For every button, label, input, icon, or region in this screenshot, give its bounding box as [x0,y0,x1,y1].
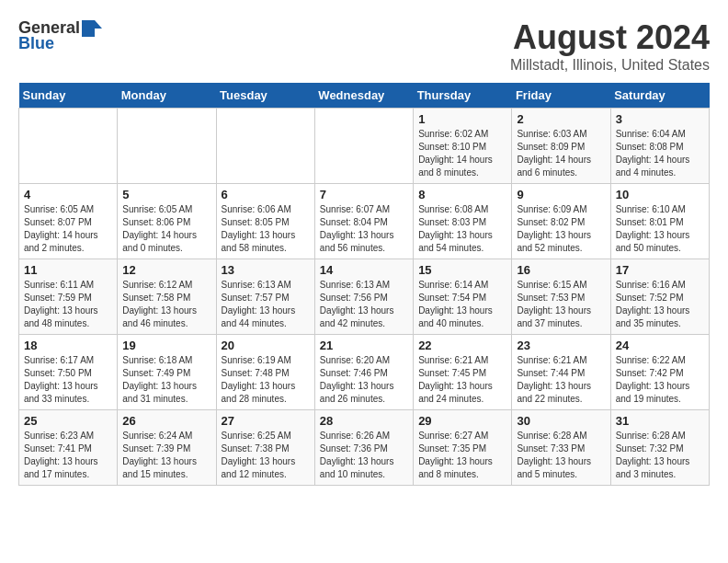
day-info: Sunrise: 6:10 AMSunset: 8:01 PMDaylight:… [616,203,704,255]
day-info: Sunrise: 6:18 AMSunset: 7:49 PMDaylight:… [122,354,210,406]
day-number: 9 [517,188,605,201]
calendar-cell: 4Sunrise: 6:05 AMSunset: 8:07 PMDaylight… [19,184,118,259]
day-header-saturday: Saturday [610,83,709,109]
calendar-cell: 10Sunrise: 6:10 AMSunset: 8:01 PMDayligh… [610,184,709,259]
day-info: Sunrise: 6:22 AMSunset: 7:42 PMDaylight:… [616,354,704,406]
day-info: Sunrise: 6:15 AMSunset: 7:53 PMDaylight:… [517,279,605,330]
day-info: Sunrise: 6:05 AMSunset: 8:07 PMDaylight:… [24,203,112,255]
day-number: 22 [418,339,506,352]
day-info: Sunrise: 6:14 AMSunset: 7:54 PMDaylight:… [418,279,506,330]
calendar-cell: 5Sunrise: 6:05 AMSunset: 8:06 PMDaylight… [118,184,216,259]
calendar-cell: 12Sunrise: 6:12 AMSunset: 7:58 PMDayligh… [118,259,216,335]
day-number: 11 [24,263,112,277]
week-row-4: 18Sunrise: 6:17 AMSunset: 7:50 PMDayligh… [19,335,710,410]
calendar-subtitle: Millstadt, Illinois, United States [510,57,710,74]
day-number: 27 [222,414,310,428]
day-number: 16 [517,263,605,277]
logo-bird-icon [82,20,102,37]
calendar-cell: 16Sunrise: 6:15 AMSunset: 7:53 PMDayligh… [512,259,610,335]
day-number: 8 [418,188,506,201]
day-info: Sunrise: 6:03 AMSunset: 8:09 PMDaylight:… [517,128,605,179]
calendar-cell: 26Sunrise: 6:24 AMSunset: 7:39 PMDayligh… [118,410,216,486]
calendar-cell: 18Sunrise: 6:17 AMSunset: 7:50 PMDayligh… [19,335,118,410]
day-number: 17 [616,263,704,277]
calendar-cell: 30Sunrise: 6:28 AMSunset: 7:33 PMDayligh… [512,410,610,486]
day-number: 28 [320,414,408,428]
day-number: 6 [222,188,310,201]
calendar-cell [118,109,216,184]
day-info: Sunrise: 6:08 AMSunset: 8:03 PMDaylight:… [418,203,506,255]
calendar-cell: 3Sunrise: 6:04 AMSunset: 8:08 PMDaylight… [610,109,709,184]
day-info: Sunrise: 6:06 AMSunset: 8:05 PMDaylight:… [222,203,310,255]
day-header-wednesday: Wednesday [314,83,413,109]
calendar-cell: 7Sunrise: 6:07 AMSunset: 8:04 PMDaylight… [314,184,413,259]
day-info: Sunrise: 6:07 AMSunset: 8:04 PMDaylight:… [320,203,408,255]
day-info: Sunrise: 6:28 AMSunset: 7:33 PMDaylight:… [517,430,605,481]
calendar-cell [19,109,118,184]
day-header-monday: Monday [118,83,216,109]
day-number: 3 [616,112,704,126]
day-headers-row: SundayMondayTuesdayWednesdayThursdayFrid… [19,83,710,109]
day-info: Sunrise: 6:21 AMSunset: 7:45 PMDaylight:… [418,354,506,406]
day-info: Sunrise: 6:17 AMSunset: 7:50 PMDaylight:… [24,354,112,406]
calendar-cell: 19Sunrise: 6:18 AMSunset: 7:49 PMDayligh… [118,335,216,410]
calendar-cell: 28Sunrise: 6:26 AMSunset: 7:36 PMDayligh… [314,410,413,486]
calendar-cell: 21Sunrise: 6:20 AMSunset: 7:46 PMDayligh… [314,335,413,410]
calendar-cell: 29Sunrise: 6:27 AMSunset: 7:35 PMDayligh… [414,410,512,486]
day-info: Sunrise: 6:27 AMSunset: 7:35 PMDaylight:… [418,430,506,481]
day-number: 12 [122,263,210,277]
calendar-cell [314,109,413,184]
day-number: 4 [24,188,112,201]
week-row-2: 4Sunrise: 6:05 AMSunset: 8:07 PMDaylight… [19,184,710,259]
day-info: Sunrise: 6:13 AMSunset: 7:56 PMDaylight:… [320,279,408,330]
calendar-cell: 11Sunrise: 6:11 AMSunset: 7:59 PMDayligh… [19,259,118,335]
calendar-cell: 17Sunrise: 6:16 AMSunset: 7:52 PMDayligh… [610,259,709,335]
calendar-cell: 27Sunrise: 6:25 AMSunset: 7:38 PMDayligh… [216,410,314,486]
svg-marker-0 [82,20,102,37]
day-header-friday: Friday [512,83,610,109]
week-row-3: 11Sunrise: 6:11 AMSunset: 7:59 PMDayligh… [19,259,710,335]
day-number: 31 [616,414,704,428]
day-number: 18 [24,339,112,352]
day-info: Sunrise: 6:25 AMSunset: 7:38 PMDaylight:… [222,430,310,481]
day-info: Sunrise: 6:05 AMSunset: 8:06 PMDaylight:… [122,203,210,255]
day-info: Sunrise: 6:02 AMSunset: 8:10 PMDaylight:… [418,128,506,179]
title-section: August 2024 Millstadt, Illinois, United … [510,18,710,74]
day-header-thursday: Thursday [414,83,512,109]
day-number: 26 [122,414,210,428]
day-info: Sunrise: 6:04 AMSunset: 8:08 PMDaylight:… [616,128,704,179]
day-number: 21 [320,339,408,352]
calendar-cell: 9Sunrise: 6:09 AMSunset: 8:02 PMDaylight… [512,184,610,259]
calendar-cell: 22Sunrise: 6:21 AMSunset: 7:45 PMDayligh… [414,335,512,410]
logo-blue-text: Blue [18,34,54,53]
day-info: Sunrise: 6:11 AMSunset: 7:59 PMDaylight:… [24,279,112,330]
day-info: Sunrise: 6:26 AMSunset: 7:36 PMDaylight:… [320,430,408,481]
day-number: 20 [222,339,310,352]
calendar-cell: 2Sunrise: 6:03 AMSunset: 8:09 PMDaylight… [512,109,610,184]
day-info: Sunrise: 6:23 AMSunset: 7:41 PMDaylight:… [24,430,112,481]
day-number: 29 [418,414,506,428]
calendar-cell: 14Sunrise: 6:13 AMSunset: 7:56 PMDayligh… [314,259,413,335]
day-number: 30 [517,414,605,428]
logo: General Blue [18,18,102,53]
calendar-header: SundayMondayTuesdayWednesdayThursdayFrid… [19,83,710,109]
calendar-cell: 23Sunrise: 6:21 AMSunset: 7:44 PMDayligh… [512,335,610,410]
calendar-cell: 15Sunrise: 6:14 AMSunset: 7:54 PMDayligh… [414,259,512,335]
calendar-cell: 13Sunrise: 6:13 AMSunset: 7:57 PMDayligh… [216,259,314,335]
day-info: Sunrise: 6:13 AMSunset: 7:57 PMDaylight:… [222,279,310,330]
day-number: 1 [418,112,506,126]
day-number: 7 [320,188,408,201]
calendar-cell: 6Sunrise: 6:06 AMSunset: 8:05 PMDaylight… [216,184,314,259]
calendar-body: 1Sunrise: 6:02 AMSunset: 8:10 PMDaylight… [19,109,710,486]
day-number: 23 [517,339,605,352]
day-info: Sunrise: 6:20 AMSunset: 7:46 PMDaylight:… [320,354,408,406]
day-info: Sunrise: 6:12 AMSunset: 7:58 PMDaylight:… [122,279,210,330]
calendar-title: August 2024 [510,18,710,57]
calendar-cell [216,109,314,184]
day-number: 19 [122,339,210,352]
day-number: 5 [122,188,210,201]
day-number: 25 [24,414,112,428]
calendar-cell: 31Sunrise: 6:28 AMSunset: 7:32 PMDayligh… [610,410,709,486]
day-number: 10 [616,188,704,201]
calendar-cell: 24Sunrise: 6:22 AMSunset: 7:42 PMDayligh… [610,335,709,410]
